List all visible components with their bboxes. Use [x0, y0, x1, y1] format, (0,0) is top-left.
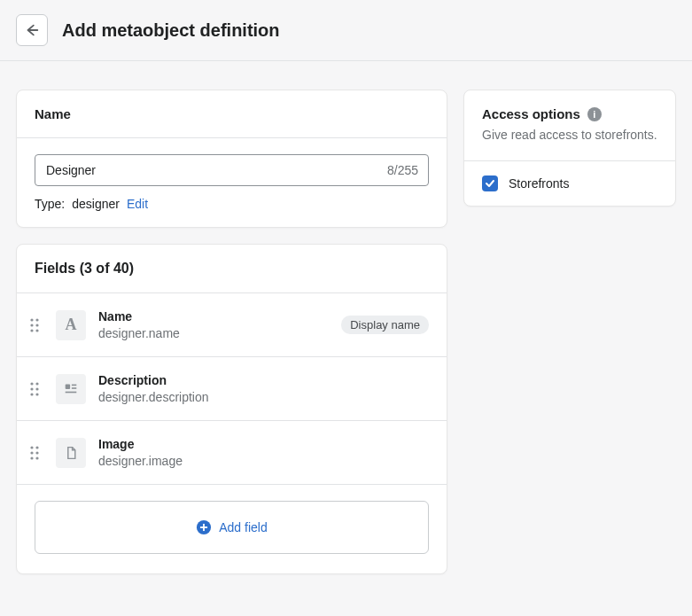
main-column: Name 8/255 Type: designer Edit Fields (3…	[16, 90, 447, 574]
text-field-icon: A	[56, 310, 86, 340]
page-title: Add metaobject definition	[62, 20, 280, 41]
svg-point-10	[30, 393, 33, 395]
svg-point-2	[30, 324, 33, 326]
field-info: Name designer.name	[98, 309, 329, 340]
storefronts-label: Storefronts	[509, 176, 569, 191]
svg-rect-13	[72, 384, 76, 386]
drag-handle-icon[interactable]	[26, 380, 43, 398]
field-key-label: designer.name	[98, 326, 329, 340]
field-name-label: Name	[98, 309, 329, 324]
add-field-label: Add field	[219, 520, 267, 534]
type-label: Type:	[35, 197, 65, 211]
name-card-body: 8/255 Type: designer Edit	[17, 138, 447, 227]
svg-point-0	[30, 318, 33, 321]
field-info: Description designer.description	[98, 373, 429, 404]
svg-rect-14	[72, 387, 76, 389]
svg-point-1	[35, 318, 38, 321]
access-options-card: Access options i Give read access to sto…	[463, 90, 676, 207]
check-icon	[485, 178, 495, 189]
fields-card-title: Fields (3 of 40)	[17, 245, 447, 293]
plus-circle-icon	[196, 519, 212, 535]
svg-point-19	[35, 451, 38, 454]
svg-point-11	[35, 393, 38, 395]
access-description: Give read access to storefronts.	[482, 127, 657, 144]
arrow-left-icon	[24, 22, 40, 38]
svg-point-6	[30, 382, 33, 385]
svg-rect-24	[200, 526, 207, 528]
access-title-row: Access options i	[482, 106, 657, 121]
field-name-label: Image	[98, 437, 429, 451]
add-field-wrapper: Add field	[17, 485, 447, 573]
name-card-title: Name	[17, 90, 447, 138]
richtext-field-icon	[56, 374, 86, 404]
name-card: Name 8/255 Type: designer Edit	[16, 90, 447, 228]
add-field-button[interactable]: Add field	[35, 501, 429, 554]
svg-point-21	[35, 456, 38, 459]
storefronts-checkbox[interactable]	[482, 175, 498, 191]
field-row-image[interactable]: Image designer.image	[17, 421, 447, 485]
svg-point-5	[35, 329, 38, 331]
svg-point-16	[30, 446, 33, 448]
field-key-label: designer.image	[98, 454, 429, 468]
type-row: Type: designer Edit	[35, 197, 429, 211]
storefronts-option: Storefronts	[464, 161, 675, 206]
svg-point-18	[30, 451, 33, 454]
svg-rect-12	[66, 384, 70, 388]
name-char-count: 8/255	[387, 163, 418, 177]
display-name-badge: Display name	[341, 316, 429, 334]
field-row-name[interactable]: A Name designer.name Display name	[17, 293, 447, 357]
field-name-label: Description	[98, 373, 429, 387]
svg-rect-15	[66, 391, 77, 393]
page-header: Add metaobject definition	[0, 0, 692, 61]
svg-point-20	[30, 456, 33, 459]
edit-type-link[interactable]: Edit	[127, 197, 148, 211]
svg-point-17	[35, 446, 38, 448]
svg-point-9	[35, 387, 38, 390]
field-key-label: designer.description	[98, 390, 429, 404]
access-header: Access options i Give read access to sto…	[464, 90, 675, 155]
back-button[interactable]	[16, 14, 48, 46]
side-column: Access options i Give read access to sto…	[463, 90, 676, 207]
drag-handle-icon[interactable]	[26, 444, 43, 462]
content-area: Name 8/255 Type: designer Edit Fields (3…	[0, 61, 692, 590]
svg-point-3	[35, 324, 38, 326]
field-info: Image designer.image	[98, 437, 429, 468]
svg-point-8	[30, 387, 33, 390]
info-icon[interactable]: i	[587, 107, 602, 121]
name-input-wrapper: 8/255	[35, 154, 429, 186]
svg-point-4	[30, 329, 33, 331]
access-title: Access options	[482, 106, 580, 121]
field-row-description[interactable]: Description designer.description	[17, 357, 447, 421]
svg-point-7	[35, 382, 38, 385]
type-value: designer	[72, 197, 120, 211]
name-input[interactable]	[35, 154, 429, 186]
file-field-icon	[56, 438, 86, 468]
drag-handle-icon[interactable]	[26, 316, 43, 334]
fields-card: Fields (3 of 40) A Name designer.name D	[16, 244, 447, 574]
